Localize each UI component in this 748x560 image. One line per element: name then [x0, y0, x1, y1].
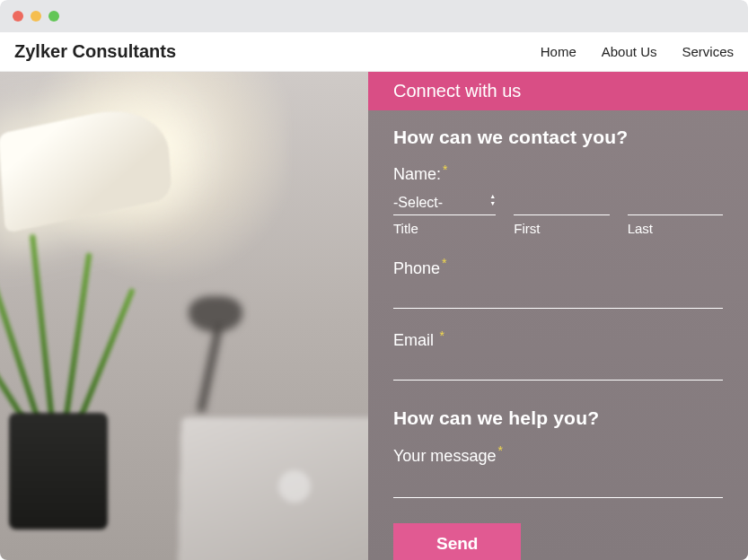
nav-about[interactable]: About Us	[602, 44, 657, 59]
form-header: Connect with us	[368, 72, 748, 110]
email-input[interactable]	[393, 357, 723, 381]
phone-label: Phone	[393, 259, 440, 278]
content: Connect with us How can we contact you? …	[0, 72, 748, 560]
first-sublabel: First	[514, 221, 609, 236]
phone-field: Phone*	[393, 256, 723, 308]
phone-input[interactable]	[393, 285, 723, 309]
title-sublabel: Title	[393, 221, 496, 236]
title-select[interactable]: -Select-	[393, 191, 496, 215]
email-label: Email	[393, 331, 434, 350]
contact-section-title: How can we contact you?	[393, 127, 723, 148]
help-section-title: How can we help you?	[393, 407, 723, 429]
window-maximize-dot[interactable]	[48, 11, 59, 22]
navbar: Zylker Consultants Home About Us Service…	[0, 32, 748, 72]
name-field-group: Name:* -Select- ▲▼ Title First	[393, 162, 723, 236]
required-mark: *	[497, 443, 502, 458]
last-name-input[interactable]	[628, 191, 723, 215]
browser-chrome	[0, 0, 748, 32]
contact-form-panel: Connect with us How can we contact you? …	[368, 72, 748, 560]
required-mark: *	[442, 256, 446, 270]
email-field: Email *	[393, 328, 723, 381]
select-arrows-icon: ▲▼	[489, 193, 496, 206]
nav-services[interactable]: Services	[682, 44, 734, 59]
message-label: Your message*	[393, 443, 723, 466]
required-mark: *	[443, 162, 447, 177]
last-sublabel: Last	[628, 221, 723, 236]
name-label: Name:	[393, 165, 441, 184]
first-name-input[interactable]	[514, 191, 609, 215]
brand-name: Zylker Consultants	[14, 41, 176, 62]
window-close-dot[interactable]	[13, 11, 23, 22]
window-minimize-dot[interactable]	[31, 11, 41, 22]
send-button[interactable]: Send	[393, 523, 521, 560]
message-input[interactable]	[393, 471, 723, 498]
nav-links: Home About Us Services	[541, 44, 734, 59]
hero-image	[0, 72, 368, 560]
help-section: How can we help you? Your message*	[393, 407, 723, 498]
form-body: How can we contact you? Name:* -Select- …	[368, 110, 748, 560]
required-mark: *	[439, 328, 444, 343]
nav-home[interactable]: Home	[541, 44, 576, 59]
